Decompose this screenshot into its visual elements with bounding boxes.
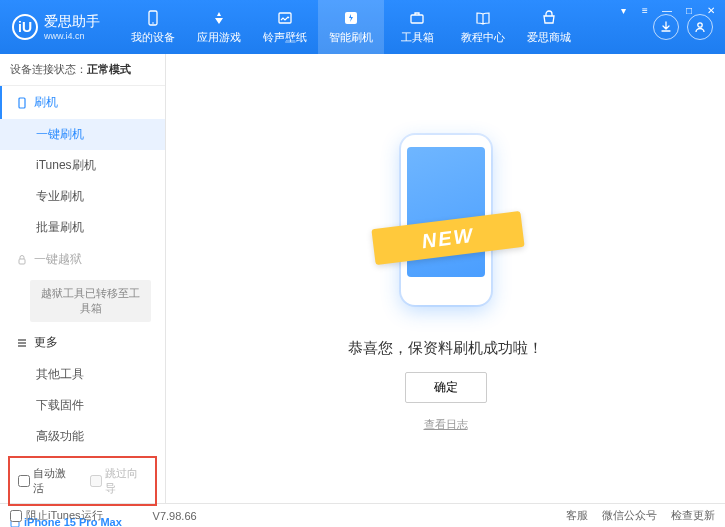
sidebar-item-other-tools[interactable]: 其他工具: [0, 359, 165, 390]
wallpaper-icon: [276, 9, 294, 27]
phone-small-icon: [16, 97, 28, 109]
nav-smart-flash[interactable]: 智能刷机: [318, 0, 384, 54]
sidebar-item-download-firmware[interactable]: 下载固件: [0, 390, 165, 421]
options-row: 自动激活 跳过向导: [8, 456, 157, 506]
success-illustration: NEW: [381, 125, 511, 325]
app-header: ▾ ≡ — □ ✕ iU 爱思助手 www.i4.cn 我的设备 应用游戏 铃声…: [0, 0, 725, 54]
logo-area: iU 爱思助手 www.i4.cn: [0, 13, 120, 41]
book-icon: [474, 9, 492, 27]
window-controls: ▾ ≡ — □ ✕: [615, 4, 719, 16]
jailbreak-note: 越狱工具已转移至工具箱: [30, 280, 151, 322]
menu-lines-icon: [16, 337, 28, 349]
device-status: 设备连接状态：正常模式: [0, 54, 165, 86]
nav-tutorials[interactable]: 教程中心: [450, 0, 516, 54]
phone-icon: [144, 9, 162, 27]
store-icon: [540, 9, 558, 27]
nav-store[interactable]: 爱思商城: [516, 0, 582, 54]
nav-my-device[interactable]: 我的设备: [120, 0, 186, 54]
footer-link-update[interactable]: 检查更新: [671, 508, 715, 523]
user-button[interactable]: [687, 14, 713, 40]
minimize-icon[interactable]: —: [659, 4, 675, 16]
sidebar-item-pro-flash[interactable]: 专业刷机: [0, 181, 165, 212]
header-actions: [641, 14, 725, 40]
success-message: 恭喜您，保资料刷机成功啦！: [348, 339, 543, 358]
download-button[interactable]: [653, 14, 679, 40]
sidebar-item-batch-flash[interactable]: 批量刷机: [0, 212, 165, 243]
main-content: NEW 恭喜您，保资料刷机成功啦！ 确定 查看日志: [166, 54, 725, 503]
footer-link-wechat[interactable]: 微信公众号: [602, 508, 657, 523]
sidebar: 设备连接状态：正常模式 刷机 一键刷机 iTunes刷机 专业刷机 批量刷机 一…: [0, 54, 166, 503]
flash-icon: [342, 9, 360, 27]
app-url: www.i4.cn: [44, 31, 100, 41]
checkbox-skip-guide[interactable]: 跳过向导: [90, 466, 148, 496]
svg-rect-6: [19, 98, 25, 108]
section-more[interactable]: 更多: [0, 326, 165, 359]
svg-rect-2: [279, 13, 291, 23]
checkbox-auto-activate[interactable]: 自动激活: [18, 466, 76, 496]
app-title: 爱思助手: [44, 13, 100, 31]
section-jailbreak[interactable]: 一键越狱: [0, 243, 165, 276]
svg-point-5: [698, 23, 702, 27]
toolbox-icon: [408, 9, 426, 27]
ok-button[interactable]: 确定: [405, 372, 487, 403]
view-log-link[interactable]: 查看日志: [424, 417, 468, 432]
nav-ringtones[interactable]: 铃声壁纸: [252, 0, 318, 54]
sidebar-item-oneclick-flash[interactable]: 一键刷机: [0, 119, 165, 150]
svg-rect-4: [411, 15, 423, 23]
sidebar-item-advanced[interactable]: 高级功能: [0, 421, 165, 452]
lock-icon: [16, 254, 28, 266]
apps-icon: [210, 9, 228, 27]
nav-toolbox[interactable]: 工具箱: [384, 0, 450, 54]
svg-rect-7: [19, 259, 25, 264]
menu-icon[interactable]: ▾: [615, 4, 631, 16]
logo-icon: iU: [12, 14, 38, 40]
checkbox-block-itunes[interactable]: 阻止iTunes运行: [10, 508, 103, 523]
settings-lines-icon[interactable]: ≡: [637, 4, 653, 16]
version-label: V7.98.66: [153, 510, 197, 522]
section-flash[interactable]: 刷机: [0, 86, 165, 119]
footer-link-support[interactable]: 客服: [566, 508, 588, 523]
main-nav: 我的设备 应用游戏 铃声壁纸 智能刷机 工具箱 教程中心 爱思商城: [120, 0, 641, 54]
close-icon[interactable]: ✕: [703, 4, 719, 16]
sidebar-item-itunes-flash[interactable]: iTunes刷机: [0, 150, 165, 181]
svg-point-1: [152, 22, 154, 24]
nav-apps-games[interactable]: 应用游戏: [186, 0, 252, 54]
maximize-icon[interactable]: □: [681, 4, 697, 16]
